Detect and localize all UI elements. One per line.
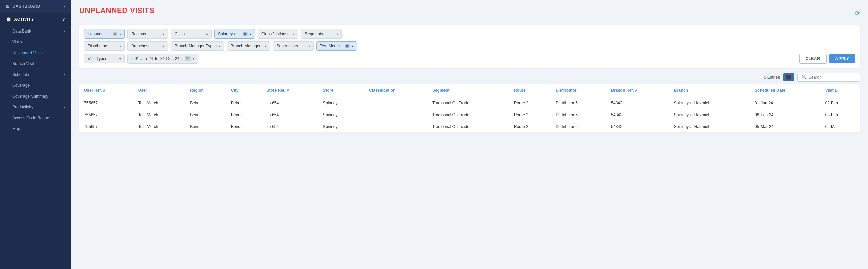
refresh-icon[interactable]: ⟳: [855, 9, 860, 17]
table-cell: Spinneys: [318, 121, 364, 133]
col-user[interactable]: User: [134, 84, 185, 97]
filter-segments[interactable]: Segments ▾: [301, 29, 342, 39]
date-prev-arrow[interactable]: ‹: [131, 56, 133, 61]
filter-branch-managers[interactable]: Branch Managers ▾: [227, 41, 270, 51]
filter-distributors[interactable]: Distributors ▾: [84, 41, 125, 51]
filter-branches-chevron: ▾: [163, 44, 164, 48]
sidebar-item-data-bank[interactable]: Data Bank ›: [0, 26, 71, 37]
data-bank-label: Data Bank: [12, 29, 31, 34]
filter-test-merch-label: Test Merch: [320, 44, 343, 48]
apply-button[interactable]: APPLY: [829, 54, 855, 63]
table-cell: 08-Feb-24: [750, 109, 821, 121]
table-cell: Traditional On Trade: [428, 109, 509, 121]
col-user-ref[interactable]: User Ref. #: [79, 84, 134, 97]
search-input[interactable]: [809, 75, 856, 80]
sidebar-item-visits[interactable]: Visits: [0, 37, 71, 47]
filter-test-merch-clear[interactable]: ✕: [345, 44, 350, 48]
table-cell: 54342: [606, 121, 669, 133]
filter-branches[interactable]: Branches ▾: [127, 41, 168, 51]
date-next-arrow[interactable]: ›: [181, 56, 183, 61]
sidebar: ⊞ DASHBOARD › 📋 ACTIVITY ∨ Data Bank › V…: [0, 0, 71, 269]
sidebar-item-coverage[interactable]: Coverage: [0, 80, 71, 91]
sidebar-item-access-code-request[interactable]: Access Code Request: [0, 112, 71, 123]
col-region[interactable]: Region: [185, 84, 226, 97]
filter-regions[interactable]: Regions ▾: [127, 29, 168, 39]
table-cell: 755657: [79, 109, 134, 121]
schedule-label: Schedule: [12, 72, 29, 77]
sidebar-item-schedule[interactable]: Schedule ›: [0, 69, 71, 80]
col-store-ref[interactable]: Store Ref. #: [262, 84, 318, 97]
filter-regions-chevron: ▾: [163, 32, 164, 36]
table-cell: sp-654: [262, 121, 318, 133]
table-body: 755657Test MerchBeirutBeirutsp-654Spinne…: [79, 97, 860, 133]
col-segment[interactable]: Segment: [428, 84, 509, 97]
sidebar-item-activity[interactable]: 📋 ACTIVITY ∨: [0, 13, 71, 26]
main-content: UNPLANNED VISITS ⟳ Lebanon ✕ ▾ Regions ▾…: [71, 0, 868, 269]
activity-icon: 📋: [6, 17, 12, 22]
filter-lebanon-clear[interactable]: ✕: [113, 32, 117, 36]
filter-cities-label: Cities: [175, 32, 204, 36]
filter-distributors-chevron: ▾: [119, 44, 121, 48]
table-cell: Beirut: [185, 97, 226, 109]
table-cell: Traditional On Trade: [428, 121, 509, 133]
filter-row-3: Visit Types ▾ ‹ 01-Jan-24 to 31-Dec-24 ›…: [84, 54, 855, 64]
table-cell: Spinneys - Hazmieh: [669, 97, 750, 109]
filter-branch-managers-label: Branch Managers: [231, 44, 263, 48]
filter-spinneys-clear[interactable]: ✕: [243, 32, 248, 36]
col-scheduled-date[interactable]: Scheduled Date: [750, 84, 821, 97]
sidebar-item-unplanned-visits[interactable]: Unplanned Visits: [0, 47, 71, 58]
table-cell: Spinneys - Hazmieh: [669, 121, 750, 133]
period-chevron: ▾: [193, 57, 194, 60]
table-row: 755657Test MerchBeirutBeirutsp-654Spinne…: [79, 109, 860, 121]
table-cell: Spinneys: [318, 109, 364, 121]
filter-visit-types-label: Visit Types: [88, 56, 117, 61]
filter-branch-manager-types-label: Branch Manager Types: [175, 44, 217, 48]
filter-branches-label: Branches: [131, 44, 161, 48]
sidebar-item-branch-visit[interactable]: Branch Visit: [0, 58, 71, 69]
sidebar-item-productivity[interactable]: Productivity ›: [0, 102, 71, 112]
col-city[interactable]: City: [226, 84, 261, 97]
table-cell: Spinneys: [318, 97, 364, 109]
table-cell: Distributor 5: [551, 121, 606, 133]
table-cell: Route 2: [509, 109, 551, 121]
col-distributor[interactable]: Distributor: [551, 84, 606, 97]
col-visit-d[interactable]: Visit D: [821, 84, 860, 97]
filter-lebanon[interactable]: Lebanon ✕ ▾: [84, 29, 125, 39]
period-selector[interactable]: Y: [185, 56, 191, 61]
export-button[interactable]: ⬛: [783, 73, 794, 81]
table-cell: 05-Mar-24: [750, 121, 821, 133]
search-box: 🔍: [797, 73, 860, 82]
filter-supervisors[interactable]: Supervisors ▾: [273, 41, 314, 51]
table-cell: Beirut: [226, 97, 261, 109]
table-cell: Test Merch: [134, 97, 185, 109]
filter-lebanon-chevron: ▾: [119, 32, 121, 36]
filter-row-1: Lebanon ✕ ▾ Regions ▾ Cities ▾ Spinneys …: [84, 29, 855, 39]
filter-visit-types-chevron: ▾: [119, 57, 121, 61]
date-range: ‹ 01-Jan-24 to 31-Dec-24 › Y ▾: [127, 54, 198, 64]
chevron-right-icon: ›: [64, 105, 65, 109]
date-to: 31-Dec-24: [160, 56, 179, 61]
filter-visit-types[interactable]: Visit Types ▾: [84, 54, 125, 63]
sidebar-item-map[interactable]: Map: [0, 123, 71, 134]
table-cell: Route 2: [509, 97, 551, 109]
filter-cities[interactable]: Cities ▾: [171, 29, 212, 39]
col-branch[interactable]: Branch: [669, 84, 750, 97]
filter-test-merch[interactable]: Test Merch ✕ ▾: [316, 41, 357, 51]
col-route[interactable]: Route: [509, 84, 551, 97]
map-label: Map: [12, 126, 20, 131]
clear-button[interactable]: CLEAR: [799, 54, 827, 64]
filter-bar: Lebanon ✕ ▾ Regions ▾ Cities ▾ Spinneys …: [79, 25, 860, 68]
filter-spinneys[interactable]: Spinneys ✕ ▾: [214, 29, 255, 39]
filter-branch-manager-types[interactable]: Branch Manager Types ▾: [171, 41, 224, 51]
col-branch-ref[interactable]: Branch Ref. #: [606, 84, 669, 97]
col-store[interactable]: Store: [318, 84, 364, 97]
col-classification[interactable]: Classification: [364, 84, 428, 97]
filter-classifications[interactable]: Classifications ▾: [258, 29, 298, 39]
table-cell: Test Merch: [134, 109, 185, 121]
table-cell: 05-Ma: [821, 121, 860, 133]
sidebar-item-coverage-summary[interactable]: Coverage Summary: [0, 91, 71, 102]
table-cell: Spinneys - Hazmieh: [669, 109, 750, 121]
table-cell: sp-654: [262, 97, 318, 109]
sidebar-item-dashboard[interactable]: ⊞ DASHBOARD ›: [0, 0, 71, 13]
table-cell: 31-Jan-24: [750, 97, 821, 109]
